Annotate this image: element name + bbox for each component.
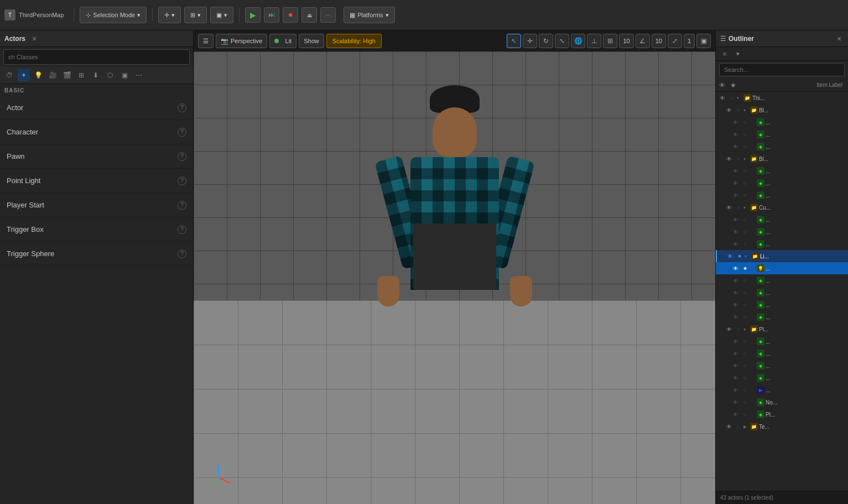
outliner-item-cu[interactable]: 👁 ☆ ▾ 📁 Cu... bbox=[716, 201, 848, 214]
pin-toggle[interactable]: ☆ bbox=[741, 131, 749, 138]
outliner-item-mesh15[interactable]: 👁 ☆ ◈ ... bbox=[716, 347, 848, 360]
filter-camera-icon[interactable]: 🎥 bbox=[46, 69, 59, 81]
filter-film-icon[interactable]: 🎬 bbox=[61, 69, 73, 81]
actors-panel-close[interactable]: × bbox=[30, 34, 39, 43]
visibility-toggle[interactable]: 👁 bbox=[731, 191, 740, 200]
grid-size-button[interactable]: 10 bbox=[619, 34, 633, 48]
angle-size-button[interactable]: 10 bbox=[652, 34, 666, 48]
skip-button[interactable]: ⏭ bbox=[264, 7, 279, 23]
visibility-toggle[interactable]: 👁 bbox=[731, 227, 740, 236]
outliner-item-mesh13[interactable]: 👁 ☆ ◈ ... bbox=[716, 311, 848, 323]
actor-item-actor[interactable]: Actor ? bbox=[0, 96, 193, 120]
outliner-item-mesh7[interactable]: 👁 ☆ ◈ ... bbox=[716, 214, 848, 226]
camera-speed-button[interactable]: ▣ ▾ bbox=[210, 7, 233, 23]
visibility-toggle[interactable]: 👁 bbox=[731, 118, 740, 127]
pin-toggle[interactable]: ☆ bbox=[741, 350, 749, 357]
perspective-button[interactable]: 📷 Perspective bbox=[216, 34, 267, 48]
filter-import-icon[interactable]: ⬇ bbox=[90, 69, 102, 81]
visibility-toggle[interactable]: 👁 bbox=[731, 179, 740, 188]
outliner-item-mesh3[interactable]: 👁 ☆ ◈ ... bbox=[716, 141, 848, 153]
outliner-item-mesh12[interactable]: 👁 ☆ ◈ ... bbox=[716, 299, 848, 311]
pin-toggle[interactable]: ☆ bbox=[741, 301, 749, 309]
outliner-item-mesh1[interactable]: 👁 ☆ ◈ ... bbox=[716, 116, 848, 128]
actor-item-player-start[interactable]: Player Start ? bbox=[0, 193, 193, 217]
viewport[interactable]: ☰ 📷 Perspective Lit Show Scalability: Hi… bbox=[194, 30, 715, 504]
play-button[interactable]: ▶ bbox=[245, 7, 261, 23]
visibility-toggle[interactable]: 👁 bbox=[731, 410, 740, 419]
visibility-toggle[interactable]: 👁 bbox=[731, 264, 740, 273]
filter-mesh-icon[interactable]: ⬡ bbox=[104, 69, 116, 81]
selection-mode-button[interactable]: ⊹ Selection Mode ▾ bbox=[80, 7, 147, 23]
outliner-item-li-folder[interactable]: 👁 ★ ▾ 📁 Li... bbox=[716, 250, 848, 262]
actor-item-character[interactable]: Character ? bbox=[0, 120, 193, 144]
pin-toggle[interactable]: ☆ bbox=[741, 143, 749, 150]
rotate-icon[interactable]: ↻ bbox=[539, 34, 553, 48]
pin-toggle[interactable]: ☆ bbox=[741, 386, 749, 394]
outliner-item-mesh2[interactable]: 👁 ☆ ◈ ... bbox=[716, 128, 848, 141]
outliner-item-mesh10[interactable]: 👁 ☆ ◈ ... bbox=[716, 274, 848, 287]
surface-snap-icon[interactable]: ⊥ bbox=[587, 34, 601, 48]
expand-arrow[interactable]: ▾ bbox=[743, 205, 749, 210]
actor-help-trigger-sphere[interactable]: ? bbox=[178, 250, 186, 258]
outliner-item-bl1[interactable]: 👁 ☆ ▾ 📁 Bl... bbox=[716, 104, 848, 116]
outliner-item-no[interactable]: 👁 ☆ ◈ No... bbox=[716, 396, 848, 408]
grid-toggle-icon[interactable]: ⊞ bbox=[603, 34, 617, 48]
angle-icon[interactable]: ∠ bbox=[636, 34, 650, 48]
world-space-icon[interactable]: 🌐 bbox=[571, 34, 585, 48]
actor-item-trigger-box[interactable]: Trigger Box ? bbox=[0, 217, 193, 242]
outliner-item-pl2[interactable]: 👁 ☆ ◈ Pl... bbox=[716, 408, 848, 420]
outliner-item-mesh8[interactable]: 👁 ☆ ◈ ... bbox=[716, 226, 848, 238]
translate-icon[interactable]: ✛ bbox=[523, 34, 537, 48]
actor-help-actor[interactable]: ? bbox=[178, 103, 186, 112]
filter-misc-icon[interactable]: ⋯ bbox=[133, 69, 145, 81]
pin-toggle[interactable]: ☆ bbox=[741, 411, 749, 418]
visibility-toggle[interactable]: 👁 bbox=[731, 337, 740, 346]
visibility-toggle[interactable]: 👁 bbox=[731, 288, 740, 297]
visibility-toggle[interactable]: 👁 bbox=[731, 361, 740, 370]
pin-toggle[interactable]: ☆ bbox=[741, 191, 749, 199]
expand-arrow[interactable]: ▾ bbox=[743, 108, 749, 113]
pin-toggle[interactable]: ☆ bbox=[741, 362, 749, 370]
visibility-toggle[interactable]: 👁 bbox=[731, 398, 740, 407]
pin-toggle[interactable]: ☆ bbox=[741, 216, 749, 224]
pin-toggle[interactable]: ☆ bbox=[741, 167, 749, 175]
pin-toggle[interactable]: ☆ bbox=[735, 155, 742, 163]
visibility-toggle[interactable]: 👁 bbox=[731, 349, 740, 358]
actor-item-point-light[interactable]: Point Light ? bbox=[0, 169, 193, 193]
expand-arrow[interactable]: ▾ bbox=[743, 157, 749, 162]
scale-size-button[interactable]: 1 bbox=[684, 34, 695, 48]
visibility-toggle[interactable]: 👁 bbox=[731, 130, 740, 139]
outliner-item-mesh14[interactable]: 👁 ☆ ◈ ... bbox=[716, 335, 848, 347]
pin-toggle[interactable]: ☆ bbox=[735, 106, 742, 114]
outliner-item-mesh11[interactable]: 👁 ☆ ◈ ... bbox=[716, 287, 848, 299]
visibility-toggle[interactable]: 👁 bbox=[731, 300, 740, 309]
actor-help-pawn[interactable]: ? bbox=[178, 152, 186, 161]
visibility-toggle[interactable]: 👁 bbox=[731, 373, 740, 382]
pin-toggle[interactable]: ☆ bbox=[741, 118, 749, 126]
pin-toggle[interactable]: ☆ bbox=[735, 204, 742, 211]
actors-search-input[interactable] bbox=[3, 49, 190, 65]
actor-item-pawn[interactable]: Pawn ? bbox=[0, 144, 193, 169]
visibility-toggle[interactable]: 👁 bbox=[725, 106, 733, 115]
filter-recent-icon[interactable]: ⏱ bbox=[3, 69, 15, 81]
actor-item-trigger-sphere[interactable]: Trigger Sphere ? bbox=[0, 242, 193, 266]
pin-toggle[interactable]: ☆ bbox=[741, 179, 749, 187]
expand-arrow[interactable]: ▾ bbox=[737, 96, 742, 101]
pin-toggle[interactable]: ☆ bbox=[741, 337, 749, 345]
outliner-close[interactable]: × bbox=[835, 34, 844, 43]
pin-toggle[interactable]: ★ bbox=[741, 264, 749, 272]
pin-toggle[interactable]: ☆ bbox=[741, 277, 749, 284]
viewport-layout-icon[interactable]: ▣ bbox=[696, 34, 711, 48]
pin-toggle[interactable]: ☆ bbox=[741, 240, 749, 248]
outliner-item-mesh6[interactable]: 👁 ☆ ◈ ... bbox=[716, 189, 848, 201]
visibility-toggle[interactable]: 👁 bbox=[731, 240, 740, 248]
expand-arrow[interactable]: ▾ bbox=[745, 254, 750, 259]
outliner-filter-button[interactable]: ▾ bbox=[732, 48, 743, 59]
outliner-item-mesh4[interactable]: 👁 ☆ ◈ ... bbox=[716, 165, 848, 177]
platforms-button[interactable]: ▦ Platforms ▾ bbox=[344, 7, 394, 23]
pin-toggle[interactable]: ☆ bbox=[735, 423, 742, 430]
outliner-item-pl[interactable]: 👁 ☆ ▾ 📁 Pl... bbox=[716, 323, 848, 335]
visibility-toggle[interactable]: 👁 bbox=[718, 93, 727, 102]
visibility-toggle[interactable]: 👁 bbox=[731, 313, 740, 321]
outliner-search-input[interactable] bbox=[719, 63, 845, 76]
